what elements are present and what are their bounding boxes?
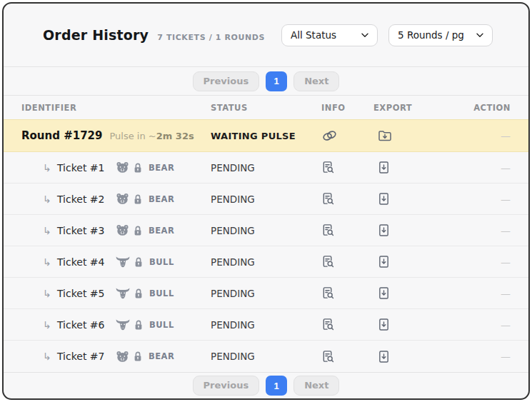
ticket-status: PENDING bbox=[211, 319, 318, 331]
ticket-info-button[interactable] bbox=[321, 318, 335, 331]
file-download-icon bbox=[378, 255, 390, 268]
ticket-info-button[interactable] bbox=[321, 223, 335, 237]
next-page-button[interactable]: Next bbox=[293, 71, 339, 91]
table-row: ↳ Ticket #5 bbox=[4, 278, 528, 309]
column-status: STATUS bbox=[211, 103, 318, 113]
branch-arrow-icon: ↳ bbox=[43, 319, 57, 331]
page-size-value: 5 Rounds / pg bbox=[398, 29, 464, 41]
file-search-icon bbox=[321, 223, 335, 237]
ticket-label: Ticket #4 bbox=[57, 256, 106, 268]
ticket-round-count: 7 TICKETS / 1 ROUNDS bbox=[157, 33, 265, 42]
previous-page-button[interactable]: Previous bbox=[193, 71, 260, 91]
branch-arrow-icon: ↳ bbox=[43, 194, 57, 205]
column-export: EXPORT bbox=[373, 103, 466, 113]
round-label: Round #1729 bbox=[21, 129, 103, 142]
file-download-icon bbox=[378, 286, 390, 300]
ticket-export-button[interactable] bbox=[378, 192, 390, 206]
round-row: Round #1729 Pulse in ~2m 32s WAITING PUL… bbox=[4, 119, 528, 152]
lock-icon bbox=[134, 288, 144, 299]
ticket-info-button[interactable] bbox=[321, 161, 335, 174]
lock-icon bbox=[133, 225, 143, 236]
chevron-down-icon bbox=[361, 33, 368, 38]
file-search-icon bbox=[321, 255, 335, 268]
side-label: BEAR bbox=[149, 351, 174, 361]
table-row: ↳ Ticket #6 bbox=[4, 309, 528, 341]
chevron-down-icon bbox=[476, 33, 483, 38]
ticket-label: Ticket #6 bbox=[57, 319, 106, 331]
ticket-info-button[interactable] bbox=[321, 286, 335, 300]
branch-arrow-icon: ↳ bbox=[43, 288, 57, 299]
action-dash: — bbox=[466, 351, 511, 362]
page-title: Order History bbox=[43, 27, 149, 43]
side-label: BEAR bbox=[149, 194, 174, 204]
side-label: BULL bbox=[149, 288, 174, 298]
action-dash: — bbox=[466, 130, 511, 141]
ticket-info-button[interactable] bbox=[321, 255, 335, 268]
bear-icon bbox=[116, 161, 129, 174]
side-label: BULL bbox=[149, 257, 174, 267]
table-header: IDENTIFIER STATUS INFO EXPORT ACTION bbox=[4, 95, 528, 119]
branch-arrow-icon: ↳ bbox=[43, 225, 57, 236]
order-history-panel: Order History 7 TICKETS / 1 ROUNDS All S… bbox=[2, 2, 530, 400]
table-row: ↳ Ticket #3 bbox=[4, 215, 528, 246]
status-filter-value: All Status bbox=[291, 29, 336, 41]
action-dash: — bbox=[466, 162, 511, 174]
ticket-export-button[interactable] bbox=[378, 223, 390, 237]
file-search-icon bbox=[321, 318, 335, 331]
action-dash: — bbox=[466, 288, 511, 299]
ticket-label: Ticket #5 bbox=[57, 288, 106, 299]
bear-icon bbox=[116, 351, 129, 363]
folder-download-icon bbox=[378, 129, 392, 142]
file-search-icon bbox=[321, 192, 335, 206]
lock-icon bbox=[134, 319, 144, 331]
bull-icon bbox=[116, 318, 130, 331]
status-filter-select[interactable]: All Status bbox=[281, 24, 378, 46]
current-page-button[interactable]: 1 bbox=[266, 376, 287, 396]
ticket-export-button[interactable] bbox=[378, 161, 390, 174]
round-info-link-button[interactable] bbox=[321, 129, 338, 142]
pagination-top: Previous 1 Next bbox=[4, 66, 528, 95]
ticket-status: PENDING bbox=[211, 288, 318, 299]
file-download-icon bbox=[378, 161, 390, 174]
link-icon bbox=[321, 129, 338, 142]
ticket-export-button[interactable] bbox=[378, 318, 390, 331]
branch-arrow-icon: ↳ bbox=[43, 351, 57, 362]
lock-icon bbox=[134, 256, 144, 268]
round-status: WAITING PULSE bbox=[211, 131, 318, 141]
ticket-status: PENDING bbox=[211, 225, 318, 236]
file-search-icon bbox=[321, 350, 335, 363]
ticket-export-button[interactable] bbox=[378, 286, 390, 300]
column-identifier: IDENTIFIER bbox=[21, 103, 211, 113]
action-dash: — bbox=[466, 194, 511, 205]
ticket-info-button[interactable] bbox=[321, 192, 335, 206]
ticket-status: PENDING bbox=[211, 256, 318, 268]
page-size-select[interactable]: 5 Rounds / pg bbox=[388, 24, 493, 46]
next-page-button[interactable]: Next bbox=[293, 376, 339, 396]
ticket-status: PENDING bbox=[211, 194, 318, 205]
file-download-icon bbox=[378, 192, 390, 206]
ticket-export-button[interactable] bbox=[378, 350, 390, 363]
bear-icon bbox=[116, 193, 129, 205]
ticket-label: Ticket #7 bbox=[57, 351, 106, 362]
round-export-button[interactable] bbox=[378, 129, 392, 142]
current-page-button[interactable]: 1 bbox=[266, 71, 287, 91]
lock-icon bbox=[133, 162, 143, 174]
side-label: BULL bbox=[149, 320, 174, 330]
file-download-icon bbox=[378, 223, 390, 237]
branch-arrow-icon: ↳ bbox=[43, 162, 57, 174]
bear-icon bbox=[116, 224, 129, 236]
file-search-icon bbox=[321, 161, 335, 174]
previous-page-button[interactable]: Previous bbox=[193, 376, 260, 396]
action-dash: — bbox=[466, 256, 511, 268]
column-action: ACTION bbox=[466, 103, 511, 113]
ticket-label: Ticket #2 bbox=[57, 194, 106, 205]
ticket-info-button[interactable] bbox=[321, 350, 335, 363]
bull-icon bbox=[116, 287, 130, 299]
ticket-export-button[interactable] bbox=[378, 255, 390, 268]
file-download-icon bbox=[378, 318, 390, 331]
lock-icon bbox=[133, 351, 143, 362]
pulse-countdown: Pulse in ~2m 32s bbox=[110, 131, 194, 141]
side-label: BEAR bbox=[149, 226, 174, 236]
pagination-bottom: Previous 1 Next bbox=[4, 372, 528, 398]
ticket-status: PENDING bbox=[211, 162, 318, 174]
